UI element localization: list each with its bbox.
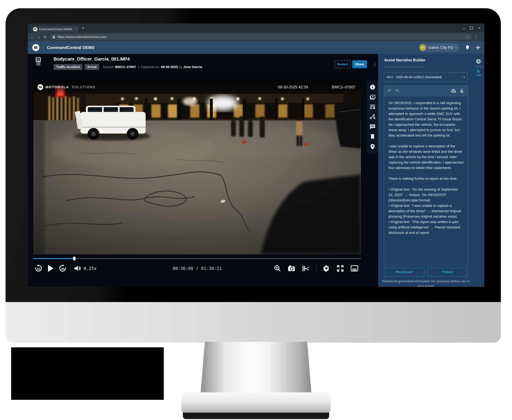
tag-traffic-accident[interactable]: Traffic Accident <box>53 64 82 70</box>
snapshot-camera-icon[interactable] <box>287 265 295 272</box>
app-header: M CommandCentral DEMS FL Galvin City PD … <box>28 41 484 54</box>
dropdown-caret-icon: ▾ <box>464 76 465 79</box>
history-clock-icon[interactable] <box>476 59 481 64</box>
bookmark-icon[interactable] <box>370 134 375 140</box>
narrative-paragraph: There is nothing further to report at th… <box>388 176 464 181</box>
share-button[interactable]: Share <box>352 60 367 68</box>
monitor-shadow <box>11 347 164 400</box>
bookmark-star-icon[interactable]: ☆ <box>466 35 470 39</box>
forward-30-icon[interactable]: 30 <box>59 264 67 272</box>
info-icon[interactable] <box>369 84 376 90</box>
evidence-tools-strip <box>367 80 378 154</box>
editor-toolbar: ↶ ↷ <box>384 86 468 96</box>
osd-brand: MOTOROLA SOLUTIONS <box>45 85 95 89</box>
transcript-icon[interactable] <box>369 104 376 110</box>
by-label: by <box>179 65 182 69</box>
notifications-bell-icon[interactable] <box>465 45 470 50</box>
window-minimize-button[interactable] <box>461 25 467 31</box>
source-meta: Source: BWC2–07607 | Captured on: 08-30-… <box>103 65 202 69</box>
seek-track[interactable] <box>33 258 361 259</box>
monitor-chin <box>6 302 501 343</box>
osd-timestamp: 08-30-2025 42:39 <box>278 85 308 89</box>
reload-icon[interactable]: ↻ <box>42 35 48 39</box>
url-text: https://www.motorolasolutions.com <box>57 35 106 39</box>
more-options-icon[interactable]: ⋮ <box>372 60 378 68</box>
play-icon[interactable] <box>47 264 54 272</box>
evidence-title: Bodycam_Officer_Garcia_001.MP4 <box>53 56 130 62</box>
url-bar[interactable]: https://www.motorolasolutions.com ☆ <box>50 34 472 40</box>
window-close-button[interactable]: × <box>476 25 482 31</box>
bodycam-icon <box>34 57 42 66</box>
seek-bar[interactable] <box>33 257 361 261</box>
zoom-in-icon[interactable] <box>274 265 281 272</box>
new-tab-button[interactable]: + <box>82 25 84 30</box>
lock-icon <box>52 35 55 39</box>
proofread-button[interactable]: Proofread <box>384 268 424 277</box>
progress-handle[interactable] <box>73 257 75 260</box>
video-header: Bodycam_Officer_Garcia_001.MP4 Traffic A… <box>33 54 370 80</box>
forward-icon[interactable]: → <box>36 35 42 39</box>
window-maximize-button[interactable] <box>469 25 474 31</box>
ai-unlock-icon[interactable] <box>459 88 465 94</box>
header-divider <box>43 45 43 51</box>
motorola-logo-icon: M <box>32 44 39 51</box>
video-frame[interactable]: M MOTOROLA SOLUTIONS 08-30-2025 42:39 BW… <box>33 80 361 254</box>
comments-icon[interactable] <box>369 124 376 130</box>
version-dropdown[interactable]: Ver1 - 2025-08-30-123012 (Generated) ▾ <box>384 73 467 82</box>
rewind-10-icon[interactable]: 10 <box>34 264 43 272</box>
svg-text:30: 30 <box>61 267 64 270</box>
narrative-bullet: • Original text: "On the evening of Sept… <box>388 187 464 203</box>
controls-divider <box>70 264 71 273</box>
narrative-text-tool-underline <box>476 75 482 75</box>
narrative-paragraph: On 09/19/2025, I responded to a call reg… <box>388 100 464 138</box>
saved-check-icon[interactable] <box>451 88 456 93</box>
settings-gear-icon[interactable] <box>323 265 330 272</box>
app-title: CommandCentral DEMS <box>47 45 94 50</box>
undo-icon[interactable]: ↶ <box>387 88 392 94</box>
video-osd-overlay: M MOTOROLA SOLUTIONS 08-30-2025 42:39 BW… <box>33 80 361 95</box>
captions-panel-icon[interactable] <box>350 265 358 272</box>
avatar: FL <box>420 44 426 51</box>
playback-speed[interactable]: 0.25x <box>84 266 97 271</box>
browser-window: M CommandCentral DEMS × + × ← → ↻ https:… <box>28 23 484 287</box>
narrative-text-area[interactable]: On 09/19/2025, I responded to a call reg… <box>384 96 468 265</box>
back-icon[interactable]: ← <box>29 35 36 39</box>
media-clips-icon[interactable] <box>369 94 376 100</box>
chevron-down-icon: ▾ <box>455 46 457 49</box>
monitor-stand-neck <box>200 342 312 397</box>
browser-tabstrip: M CommandCentral DEMS × + × <box>28 23 484 33</box>
narrative-bullet: • Original text: "I was unable to captur… <box>388 203 464 219</box>
captured-label: Captured on: <box>141 65 160 69</box>
browser-menu-icon[interactable]: ⋮ <box>474 35 479 39</box>
minimize-icon <box>463 29 465 29</box>
volume-icon[interactable] <box>74 264 81 272</box>
narrative-bullet: • Original text: "This report was writte… <box>388 219 464 235</box>
monitor-stand-foot <box>181 392 331 413</box>
panel-title: Assist Narrative Builder <box>384 58 426 62</box>
osd-brand-primary: MOTOROLA <box>45 85 69 89</box>
osd-brand-secondary: SOLUTIONS <box>72 85 96 89</box>
account-name: Galvin City PD <box>428 45 453 50</box>
clip-scissors-icon[interactable] <box>302 265 310 272</box>
tag-arrest[interactable]: Arrest <box>85 64 99 70</box>
marketing-composite: M CommandCentral DEMS × + × ← → ↻ https:… <box>0 0 512 420</box>
narrative-text-tool-icon[interactable]: A <box>477 69 480 74</box>
source-value: BWC2–07607 <box>115 65 136 69</box>
fullscreen-icon[interactable] <box>337 264 344 272</box>
app-launcher-compass-icon[interactable] <box>475 45 481 50</box>
polish-button[interactable]: Polish <box>427 268 468 277</box>
redo-icon[interactable]: ↷ <box>395 88 399 94</box>
narrative-editor: ↶ ↷ <box>384 86 468 265</box>
location-pin-icon[interactable] <box>370 143 376 150</box>
redact-button[interactable]: Redact <box>335 60 351 68</box>
tab-close-icon[interactable]: × <box>75 28 77 31</box>
player-controls: 10 30 <box>33 262 361 275</box>
assist-narrative-panel: Assist Narrative Builder Ver1 - 2025-08-… <box>378 54 484 287</box>
account-switcher[interactable]: FL Galvin City PD ▾ <box>419 43 460 52</box>
bodycam-footage <box>33 80 361 254</box>
ai-disclaimer: Review AI generated information for accu… <box>381 279 471 287</box>
maximize-icon <box>470 27 473 30</box>
browser-tab-active[interactable]: M CommandCentral DEMS × <box>31 26 79 33</box>
meta-separator: | <box>138 65 139 69</box>
chain-of-custody-icon[interactable] <box>369 114 376 120</box>
